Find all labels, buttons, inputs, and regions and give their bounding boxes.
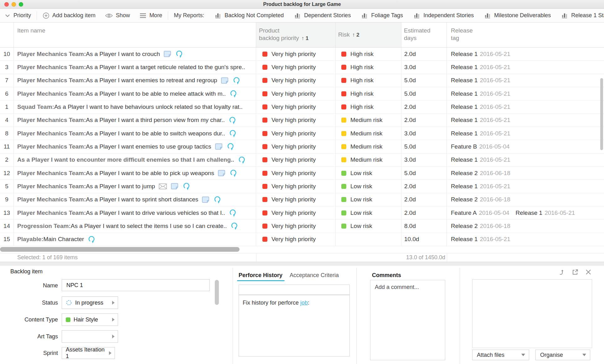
report-button-label: Independent Stories	[423, 12, 474, 19]
release-tag: Release 12016-05-21	[451, 77, 510, 84]
release-header-line2: tag	[451, 35, 459, 41]
row-icons	[229, 129, 237, 138]
table-row[interactable]: 10 Player Mechanics Team: As a Player I …	[0, 48, 604, 61]
art-tags-dropdown[interactable]	[62, 330, 118, 343]
risk-swatch	[341, 91, 346, 96]
popout-icon[interactable]	[571, 268, 579, 276]
table-row[interactable]: 3 Player Mechanics Team: As a Player I w…	[0, 61, 604, 74]
attach-files-button[interactable]: Attach files	[472, 350, 529, 360]
perforce-filter-input[interactable]	[239, 285, 350, 295]
risk-label: Low risk	[350, 196, 372, 203]
row-icons	[238, 156, 246, 164]
content-type-dropdown[interactable]: Hair Style	[62, 313, 118, 326]
priority-cell: Very high priority	[256, 140, 336, 153]
release-tag: Release 12016-05-21	[451, 90, 510, 97]
release-tag-cell: Release 12016-05-21	[447, 233, 604, 246]
status-dropdown[interactable]: In progress	[62, 296, 118, 309]
priority-cell: Very high priority	[256, 127, 336, 140]
name-input-value: NPC 1	[66, 282, 83, 289]
priority-label: Very high priority	[271, 236, 316, 243]
priority-cell: Very high priority	[256, 87, 336, 100]
table-row[interactable]: 2 As a Player I want to encounter more d…	[0, 154, 604, 167]
risk-cell: Low risk	[336, 206, 401, 219]
report-button[interactable]: Milestone Deliverables	[484, 12, 551, 19]
close-icon[interactable]	[585, 268, 592, 276]
report-button[interactable]: Independent Stories	[414, 12, 474, 19]
column-header-risk[interactable]: Risk↑ 2	[336, 23, 401, 47]
column-header-item-name[interactable]: Item name	[14, 23, 256, 47]
table-row[interactable]: 14 Progression Team: As a Player I want …	[0, 220, 604, 233]
release-date: 2016-05-04	[479, 143, 509, 150]
undock-icon[interactable]	[558, 268, 566, 276]
release-header-line1: Release	[451, 27, 473, 34]
release-date: 2016-05-21	[480, 117, 510, 124]
table-row[interactable]: 6 Player Mechanics Team: As a Player I w…	[0, 87, 604, 100]
table-row[interactable]: 4 Player Mechanics Team: As a Player I w…	[0, 114, 604, 127]
item-name-prefix: Player Mechanics Team:	[17, 117, 86, 124]
name-input[interactable]: NPC 1	[62, 279, 210, 291]
status-field-label: Status	[0, 300, 58, 306]
toolbar-separator	[168, 11, 168, 20]
risk-cell: Low risk	[336, 180, 401, 193]
risk-swatch	[341, 144, 346, 149]
tab-perforce-history[interactable]: Perforce History	[239, 272, 282, 279]
priority-swatch	[262, 171, 267, 176]
release-name: Release 1	[451, 90, 478, 97]
priority-swatch	[262, 118, 267, 123]
release-date: 2016-06-18	[480, 170, 510, 177]
report-button[interactable]: Foliage Tags	[361, 12, 403, 19]
risk-swatch	[341, 197, 346, 202]
organise-button[interactable]: Organise	[535, 350, 590, 360]
risk-label: Low risk	[350, 170, 372, 177]
report-button-label: Release 1 Status	[571, 12, 604, 19]
release-tag-cell: Release 12016-05-21	[447, 154, 604, 166]
report-button-label: Backlog Not Completed	[225, 12, 284, 19]
release-name: Feature A	[451, 210, 477, 216]
estimated-days-cell: 2.0d	[401, 114, 447, 127]
table-row[interactable]: 13 Player Mechanics Team: As a Player I …	[0, 206, 604, 220]
more-button[interactable]: More	[139, 12, 162, 19]
report-button[interactable]: Dependent Stories	[294, 12, 351, 19]
item-name-cell: Player Mechanics Team: As a Player I wan…	[14, 48, 256, 60]
perforce-history-area[interactable]: Fix history for perforce job:	[239, 295, 350, 356]
priority-dropdown[interactable]: Priority	[4, 12, 31, 19]
table-row[interactable]: 7 Player Mechanics Team: As a Player I w…	[0, 74, 604, 87]
risk-cell: High risk	[336, 48, 401, 60]
release-tag: Release 12016-05-21	[516, 210, 575, 216]
row-number: 1	[0, 100, 14, 113]
table-row[interactable]: 1 Squad Team: As a Player I want to have…	[0, 100, 604, 114]
column-header-priority[interactable]: Product backlog priority↑ 1	[256, 23, 336, 47]
add-backlog-item-button[interactable]: Add backlog item	[43, 12, 96, 19]
tab-acceptance-criteria[interactable]: Acceptance Criteria	[290, 272, 339, 279]
table-row[interactable]: 9 Player Mechanics Team: As a Player I w…	[0, 193, 604, 206]
comment-input[interactable]: Add a comment...	[370, 280, 445, 360]
show-button[interactable]: Show	[105, 12, 130, 19]
sprint-dropdown[interactable]: Assets Iteration 1	[62, 347, 115, 359]
table-row[interactable]: 11 Player Mechanics Team: As a Player I …	[0, 140, 604, 153]
attachments-area[interactable]	[472, 279, 592, 348]
status-value: In progress	[75, 300, 103, 306]
table-row[interactable]: 5 Player Mechanics Team: As a Player I w…	[0, 180, 604, 193]
tab-comments[interactable]: Comments	[372, 272, 401, 279]
release-name: Release 1	[451, 51, 478, 58]
table-row[interactable]: 8 Player Mechanics Team: As a Player I w…	[0, 127, 604, 140]
vertical-scrollbar[interactable]	[600, 78, 603, 150]
priority-label: Very high priority	[271, 51, 316, 58]
report-button[interactable]: Backlog Not Completed	[215, 12, 284, 19]
chevron-right-icon	[112, 318, 115, 321]
note-icon	[202, 196, 209, 203]
column-header-estimated-days[interactable]: Estimated days	[401, 23, 447, 47]
report-button[interactable]: Release 1 Status	[561, 12, 604, 19]
bar-chart-icon	[484, 12, 491, 19]
mail-icon	[159, 183, 167, 190]
horizontal-scrollbar[interactable]	[0, 247, 240, 252]
detail-scrollbar[interactable]	[215, 280, 219, 305]
column-header-release-tag[interactable]: Release tag	[447, 23, 604, 47]
app-window: Product backlog for Large Game Priority …	[0, 0, 604, 364]
table-row[interactable]: 15 Playable: Main Character Very high pr…	[0, 233, 604, 246]
detail-panel-title: Backlog item	[10, 268, 43, 275]
table-row[interactable]: 12 Player Mechanics Team: As a Player I …	[0, 167, 604, 180]
toolbar: Priority Add backlog item Show More My R…	[0, 9, 604, 23]
perforce-job-link[interactable]: job	[300, 300, 308, 306]
item-name-text: As a Player I want to be able to melee a…	[86, 90, 226, 97]
